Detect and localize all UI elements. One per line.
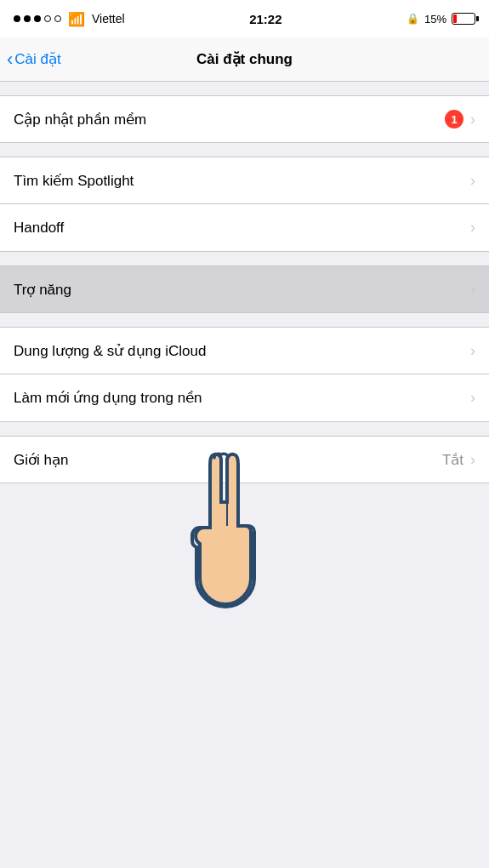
chevron-right-icon: › (470, 281, 475, 299)
chevron-right-icon: › (470, 172, 475, 190)
cell-tim-kiem[interactable]: Tìm kiếm Spotlight › (0, 157, 489, 204)
lam-moi-label: Làm mới ứng dụng trong nền (14, 389, 202, 407)
cell-dung-luong[interactable]: Dung lượng & sử dụng iCloud › (0, 327, 489, 374)
section-accessibility: Trợ năng › (0, 266, 489, 313)
section-gap-4 (0, 422, 489, 436)
cell-lam-moi[interactable]: Làm mới ứng dụng trong nền › (0, 374, 489, 422)
section-updates: Cập nhật phần mềm 1 › (0, 95, 489, 143)
cap-nhat-label: Cập nhật phần mềm (14, 111, 146, 128)
gioi-han-label: Giới hạn (14, 451, 68, 469)
chevron-right-icon: › (470, 111, 475, 128)
section-gap-3 (0, 313, 489, 327)
section-storage-bg: Dung lượng & sử dụng iCloud › Làm mới ứn… (0, 327, 489, 422)
tim-kiem-label: Tìm kiếm Spotlight (14, 172, 134, 190)
cell-handoff[interactable]: Handoff › (0, 204, 489, 252)
signal-dot-4 (44, 15, 51, 22)
chevron-right-icon: › (470, 389, 475, 407)
chevron-right-icon: › (470, 451, 475, 469)
dung-luong-label: Dung lượng & sử dụng iCloud (14, 342, 206, 360)
lock-icon: 🔒 (407, 13, 419, 25)
section-gap-2 (0, 252, 489, 266)
battery-percent: 15% (424, 13, 446, 26)
back-label: Cài đặt (14, 50, 60, 68)
chevron-right-icon: › (470, 342, 475, 360)
section-restrictions: Giới hạn Tắt › (0, 436, 489, 483)
signal-dot-3 (34, 15, 41, 22)
back-button[interactable]: ‹ Cài đặt (7, 49, 61, 71)
tro-nang-label: Trợ năng (14, 281, 71, 299)
page-title: Cài đặt chung (196, 50, 293, 68)
section-spotlight-handoff: Tìm kiếm Spotlight › Handoff › (0, 157, 489, 252)
status-bar-left: 📶 Viettel (14, 11, 125, 27)
chevron-right-icon: › (470, 219, 475, 237)
gioi-han-value: Tắt (442, 451, 463, 469)
section-gap-1 (0, 143, 489, 157)
signal-dot-1 (14, 15, 20, 22)
status-bar-right: 🔒 15% (407, 13, 475, 26)
cell-gioi-han[interactable]: Giới hạn Tắt › (0, 436, 489, 483)
carrier-label: Viettel (92, 12, 125, 26)
signal-dot-5 (54, 15, 61, 22)
handoff-label: Handoff (14, 220, 64, 237)
signal-dot-2 (24, 15, 31, 22)
update-badge: 1 (445, 110, 463, 128)
cell-cap-nhat[interactable]: Cập nhật phần mềm 1 › (0, 95, 489, 143)
battery-fill (453, 14, 457, 23)
battery-icon (452, 13, 475, 25)
cell-tro-nang[interactable]: Trợ năng › (0, 266, 489, 313)
status-bar: 📶 Viettel 21:22 🔒 15% (0, 0, 489, 37)
nav-bar: ‹ Cài đặt Cài đặt chung (0, 37, 489, 82)
wifi-icon: 📶 (68, 11, 85, 27)
chevron-left-icon: ‹ (7, 49, 13, 71)
status-time: 21:22 (249, 12, 281, 26)
